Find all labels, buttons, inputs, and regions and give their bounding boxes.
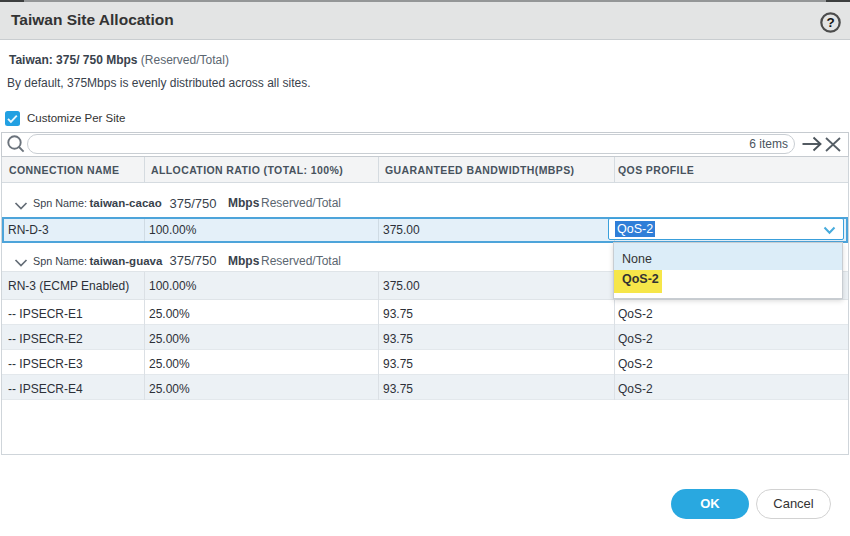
svg-text:?: ?: [826, 15, 834, 30]
